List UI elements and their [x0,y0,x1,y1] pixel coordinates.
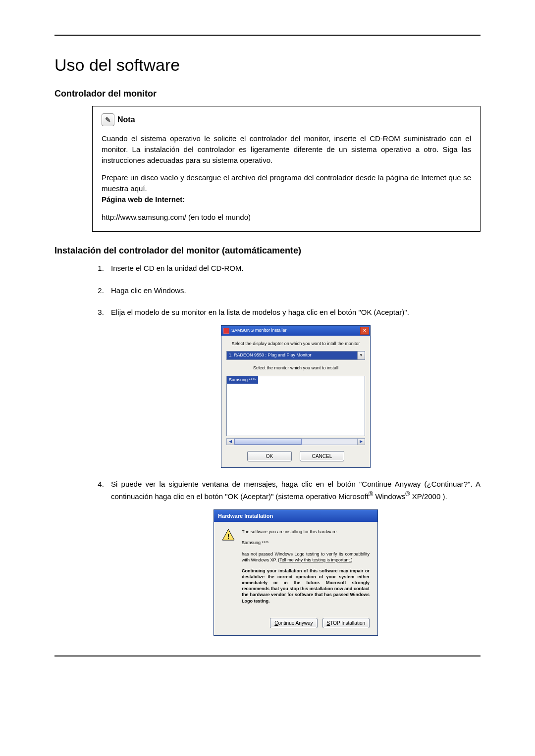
step-3-text: Elija el modelo de su monitor en la list… [111,308,409,316]
horizontal-scrollbar[interactable]: ◀ ▶ [226,438,365,445]
step-4: Si puede ver la siguiente ventana de men… [106,479,481,636]
step-4-text-b: Windows [373,492,405,501]
tell-me-why-link[interactable]: Tell me why this testing is important. [279,557,351,562]
hardware-installation-dialog: Hardware Installation ! The software you… [214,509,378,636]
app-icon [223,328,229,334]
section-subtitle: Controlador del monitor [54,89,481,99]
svg-text:!: ! [227,532,230,540]
dialog2-line1: The software you are installing for this… [242,529,370,535]
stop-installation-button[interactable]: STOP Installation [322,618,370,628]
install-steps: Inserte el CD en la unidad del CD-ROM. H… [92,263,481,635]
chevron-down-icon[interactable]: ▼ [357,352,365,359]
monitor-label: Select the monitor which you want to ins… [226,365,365,372]
note-icon: ✎ [102,113,114,126]
scroll-left-icon[interactable]: ◀ [226,438,234,445]
adapter-label: Select the display adapter on which you … [226,341,365,348]
continue-anyway-button[interactable]: Continue Anyway [270,618,317,628]
dialog2-line2: Samsung **** [242,540,370,546]
note-paragraph-1: Cuando el sistema operativo le solicite … [102,133,471,165]
step-3: Elija el modelo de su monitor en la list… [106,307,481,468]
ok-button[interactable]: OK [247,451,292,461]
scroll-right-icon[interactable]: ▶ [357,438,365,445]
note-paragraph-2: Prepare un disco vacío y descargue el ar… [102,173,471,193]
dialog2-line3b: ) [351,557,352,562]
adapter-selected: 1. RADEON 9550 : Plug and Play Monitor [227,352,357,359]
samsung-installer-dialog: SAMSUNG monitor installer × Select the d… [221,325,371,468]
dialog1-titlebar: SAMSUNG monitor installer × [221,326,370,336]
monitor-selected-item[interactable]: Samsung **** [227,376,258,384]
monitor-listbox[interactable]: Samsung **** [226,376,365,436]
dialog2-bold-warning: Continuing your installation of this sof… [242,568,370,604]
note-box: ✎ Nota Cuando el sistema operativo le so… [92,106,481,232]
warning-icon: ! [222,529,235,541]
cancel-button[interactable]: CANCEL [300,451,344,461]
top-rule [54,35,481,36]
step-2: Haga clic en Windows. [106,285,481,297]
page-title: Uso del software [54,55,481,75]
dialog2-title: Hardware Installation [214,510,377,522]
note-label: Nota [117,114,135,125]
dialog1-title: SAMSUNG monitor installer [231,327,287,334]
close-icon[interactable]: × [360,327,369,335]
step-4-text-c: XP/2000 ). [410,492,447,501]
scroll-track[interactable] [234,438,357,445]
bottom-rule [54,655,481,656]
note-url: http://www.samsung.com/ (en todo el mund… [102,212,471,223]
scroll-thumb[interactable] [234,439,302,445]
note-web-label: Página web de Internet: [102,195,185,203]
adapter-dropdown[interactable]: 1. RADEON 9550 : Plug and Play Monitor ▼ [226,351,365,360]
step-1: Inserte el CD en la unidad del CD-ROM. [106,263,481,274]
install-heading: Instalación del controlador del monitor … [54,246,481,256]
